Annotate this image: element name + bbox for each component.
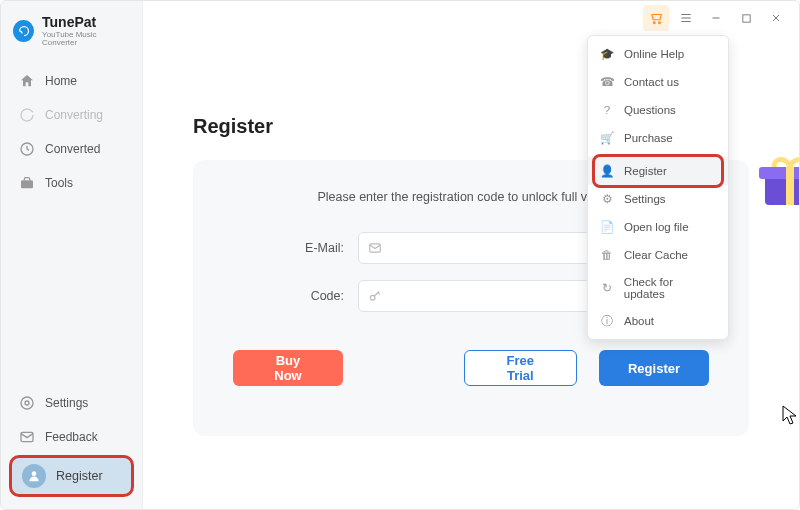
- sidebar-item-label: Converted: [45, 142, 100, 156]
- app-name: TunePat: [42, 15, 130, 29]
- email-label: E-Mail:: [284, 241, 344, 255]
- register-button[interactable]: Register: [599, 350, 709, 386]
- sidebar-item-label: Converting: [45, 108, 103, 122]
- svg-point-5: [32, 471, 37, 476]
- gear-icon: [19, 395, 35, 411]
- mail-icon: [367, 240, 383, 256]
- hamburger-menu-button[interactable]: [673, 5, 699, 31]
- menu-questions[interactable]: ?Questions: [588, 96, 728, 124]
- user-icon: 👤: [600, 164, 614, 178]
- phone-icon: ☎: [600, 75, 614, 89]
- trash-icon: 🗑: [600, 248, 614, 262]
- key-icon: [367, 288, 383, 304]
- menu-about[interactable]: ⓘAbout: [588, 307, 728, 335]
- menu-contact[interactable]: ☎Contact us: [588, 68, 728, 96]
- menu-open-log[interactable]: 📄Open log file: [588, 213, 728, 241]
- sidebar-item-label: Tools: [45, 176, 73, 190]
- sidebar-item-feedback[interactable]: Feedback: [9, 421, 134, 453]
- svg-point-3: [21, 397, 33, 409]
- sidebar: TunePat YouTube Music Converter Home Con…: [1, 1, 143, 509]
- sidebar-item-converted[interactable]: Converted: [9, 133, 134, 165]
- cart-icon: 🛒: [600, 131, 614, 145]
- svg-rect-1: [21, 180, 33, 188]
- maximize-button[interactable]: [733, 5, 759, 31]
- gift-decoration-icon: [759, 153, 800, 208]
- titlebar: [143, 1, 799, 35]
- home-icon: [19, 73, 35, 89]
- svg-rect-11: [786, 167, 794, 205]
- file-icon: 📄: [600, 220, 614, 234]
- clock-icon: [19, 141, 35, 157]
- app-logo: TunePat YouTube Music Converter: [1, 1, 142, 65]
- menu-settings[interactable]: ⚙Settings: [588, 185, 728, 213]
- menu-register[interactable]: 👤Register: [588, 157, 728, 185]
- info-icon: ⓘ: [600, 314, 614, 328]
- refresh-icon: [19, 107, 35, 123]
- svg-rect-9: [765, 175, 800, 205]
- sidebar-register-label: Register: [56, 469, 103, 483]
- free-trial-button[interactable]: Free Trial: [464, 350, 577, 386]
- minimize-button[interactable]: [703, 5, 729, 31]
- svg-point-6: [653, 22, 655, 24]
- graduation-icon: 🎓: [600, 47, 614, 61]
- close-button[interactable]: [763, 5, 789, 31]
- code-label: Code:: [284, 289, 344, 303]
- question-icon: ?: [600, 103, 614, 117]
- user-icon: [22, 464, 46, 488]
- cart-button[interactable]: [643, 5, 669, 31]
- logo-icon: [13, 20, 34, 42]
- menu-clear-cache[interactable]: 🗑Clear Cache: [588, 241, 728, 269]
- sidebar-item-label: Settings: [45, 396, 88, 410]
- buy-now-button[interactable]: Buy Now: [233, 350, 343, 386]
- mail-icon: [19, 429, 35, 445]
- app-subtitle: YouTube Music Converter: [42, 31, 130, 47]
- svg-rect-8: [742, 14, 749, 21]
- svg-point-13: [370, 295, 375, 300]
- sidebar-item-tools[interactable]: Tools: [9, 167, 134, 199]
- svg-point-7: [659, 22, 661, 24]
- sidebar-item-label: Home: [45, 74, 77, 88]
- menu-online-help[interactable]: 🎓Online Help: [588, 40, 728, 68]
- menu-purchase[interactable]: 🛒Purchase: [588, 124, 728, 152]
- sidebar-register-button[interactable]: Register: [9, 455, 134, 497]
- sidebar-item-home[interactable]: Home: [9, 65, 134, 97]
- sidebar-item-label: Feedback: [45, 430, 98, 444]
- sidebar-item-converting: Converting: [9, 99, 134, 131]
- hamburger-menu-dropdown: 🎓Online Help ☎Contact us ?Questions 🛒Pur…: [587, 35, 729, 340]
- refresh-icon: ↻: [600, 281, 614, 295]
- sidebar-item-settings[interactable]: Settings: [9, 387, 134, 419]
- main-area: + Register Please enter the registration…: [143, 1, 799, 509]
- menu-check-updates[interactable]: ↻Check for updates: [588, 269, 728, 307]
- svg-point-2: [25, 401, 29, 405]
- toolbox-icon: [19, 175, 35, 191]
- gear-icon: ⚙: [600, 192, 614, 206]
